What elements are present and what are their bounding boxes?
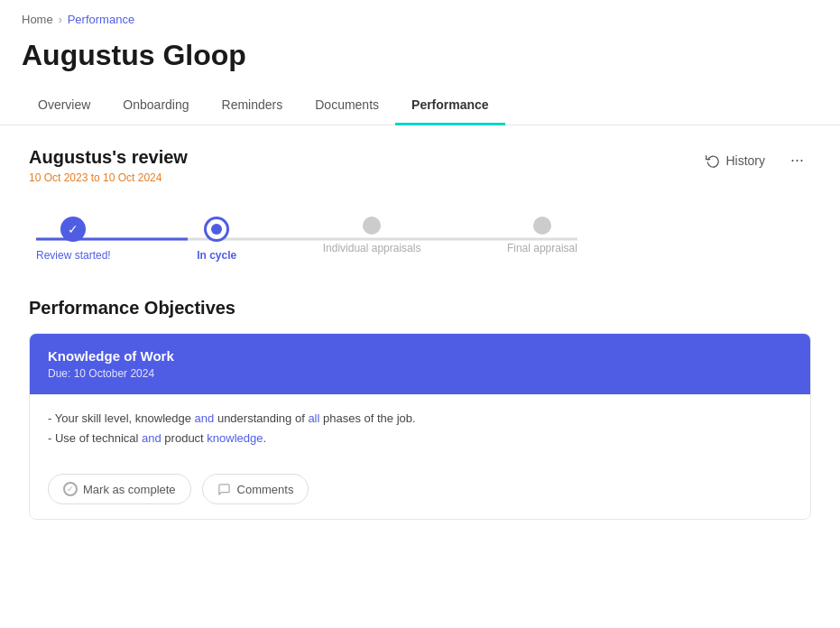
review-date: 10 Oct 2023 to 10 Oct 2024	[29, 171, 188, 184]
highlight-knowledge: knowledge	[207, 431, 263, 445]
step-dot-active	[204, 217, 229, 242]
more-icon: ···	[790, 151, 804, 169]
history-button[interactable]: History	[698, 150, 772, 171]
comments-button[interactable]: Comments	[202, 474, 309, 504]
history-label: History	[725, 153, 765, 168]
comment-icon	[217, 482, 232, 496]
review-title: Augustus's review	[29, 147, 188, 168]
review-info: Augustus's review 10 Oct 2023 to 10 Oct …	[29, 147, 188, 184]
timeline-step-final-appraisal: Final appraisal	[507, 217, 577, 262]
objective-header: Knowledge of Work Due: 10 October 2024	[30, 334, 810, 394]
step-dot-inactive-2	[533, 217, 551, 235]
tab-performance[interactable]: Performance	[395, 87, 505, 125]
breadcrumb-current: Performance	[68, 13, 134, 26]
step-label-review-started: Review started!	[36, 249, 111, 262]
comments-label: Comments	[237, 483, 294, 496]
objective-description-line1: - Your skill level, knowledge and unders…	[48, 409, 792, 429]
tab-bar: Overview Onboarding Reminders Documents …	[0, 87, 840, 125]
objective-body: - Your skill level, knowledge and unders…	[30, 394, 810, 463]
objectives-section: Performance Objectives Knowledge of Work…	[29, 298, 811, 520]
step-label-individual-appraisals: Individual appraisals	[323, 242, 421, 254]
timeline-step-review-started: ✓ Review started!	[36, 217, 111, 262]
tab-onboarding[interactable]: Onboarding	[106, 87, 205, 125]
check-icon	[63, 482, 78, 496]
timeline-step-in-cycle: In cycle	[197, 217, 236, 262]
objective-description: - Your skill level, knowledge and unders…	[48, 409, 792, 448]
timeline-track: ✓ Review started! In cycle Individual ap…	[36, 217, 577, 262]
step-label-in-cycle: In cycle	[197, 249, 236, 262]
breadcrumb-home[interactable]: Home	[22, 13, 53, 26]
more-options-button[interactable]: ···	[783, 147, 811, 173]
highlight-and2: and	[142, 431, 162, 445]
step-label-final-appraisal: Final appraisal	[507, 242, 577, 254]
review-timeline: ✓ Review started! In cycle Individual ap…	[36, 202, 811, 269]
breadcrumb: Home › Performance	[0, 0, 840, 32]
objectives-title: Performance Objectives	[29, 298, 811, 319]
highlight-and: and	[195, 411, 215, 425]
timeline-step-individual-appraisals: Individual appraisals	[323, 217, 421, 262]
tab-overview[interactable]: Overview	[22, 87, 106, 125]
step-dot-inactive-1	[363, 217, 381, 235]
review-header: Augustus's review 10 Oct 2023 to 10 Oct …	[29, 147, 811, 184]
highlight-all: all	[308, 411, 319, 425]
active-dot-inner	[211, 224, 222, 235]
breadcrumb-separator: ›	[59, 14, 62, 26]
objective-footer: Mark as complete Comments	[30, 463, 810, 519]
tab-documents[interactable]: Documents	[299, 87, 395, 125]
tab-reminders[interactable]: Reminders	[206, 87, 300, 125]
mark-complete-button[interactable]: Mark as complete	[48, 474, 191, 504]
objective-due: Due: 10 October 2024	[48, 367, 792, 380]
review-section: Augustus's review 10 Oct 2023 to 10 Oct …	[29, 147, 811, 269]
mark-complete-label: Mark as complete	[83, 483, 176, 496]
review-actions: History ···	[698, 147, 811, 173]
page-title: Augustus Gloop	[0, 32, 840, 87]
timeline-steps: ✓ Review started! In cycle Individual ap…	[36, 217, 577, 262]
objective-description-line2: - Use of technical and product knowledge…	[48, 429, 792, 448]
objective-card: Knowledge of Work Due: 10 October 2024 -…	[29, 333, 811, 520]
history-icon	[706, 153, 720, 168]
objective-name: Knowledge of Work	[48, 348, 792, 364]
step-dot-completed: ✓	[60, 217, 86, 242]
main-content: Augustus's review 10 Oct 2023 to 10 Oct …	[0, 125, 840, 556]
